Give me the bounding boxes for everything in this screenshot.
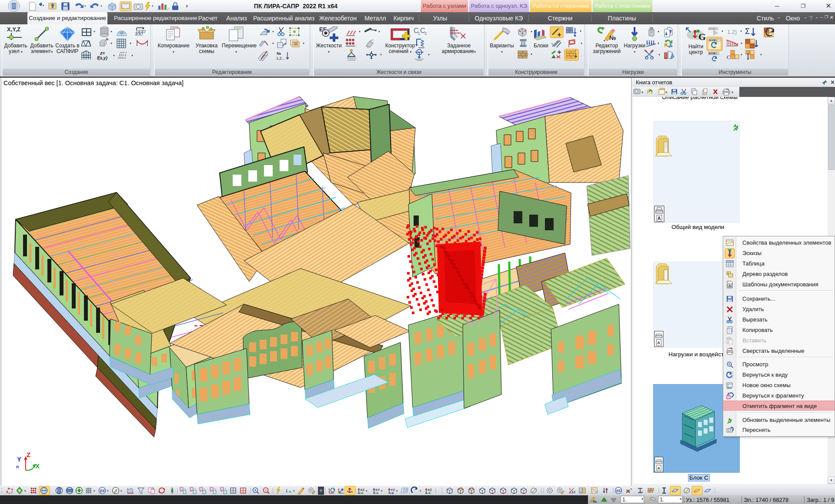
svg-text:A: A bbox=[657, 466, 660, 471]
svg-text:▾: ▾ bbox=[731, 90, 733, 94]
svg-text:XY: XY bbox=[375, 488, 380, 492]
svg-text:X: X bbox=[35, 462, 40, 470]
svg-text:N: N bbox=[592, 488, 594, 491]
svg-text:12: 12 bbox=[595, 490, 598, 493]
svg-text:▾: ▾ bbox=[43, 4, 44, 7]
svg-text:C: C bbox=[727, 54, 731, 60]
svg-text:№: № bbox=[277, 51, 281, 56]
svg-text:№: № bbox=[593, 500, 597, 504]
svg-text:▾: ▾ bbox=[665, 90, 667, 94]
svg-text:f(x,y): f(x,y) bbox=[97, 56, 108, 60]
svg-text:1.2): 1.2) bbox=[727, 29, 737, 35]
svg-text:R: R bbox=[16, 465, 19, 469]
svg-text:EF: EF bbox=[100, 489, 105, 493]
svg-text:12: 12 bbox=[571, 490, 575, 494]
svg-text:ж: ж bbox=[626, 488, 630, 494]
svg-text:Y: Y bbox=[17, 455, 21, 463]
svg-text:▾: ▾ bbox=[152, 4, 154, 7]
svg-text:1,2...: 1,2... bbox=[276, 56, 285, 60]
svg-text:EF: EF bbox=[616, 489, 621, 493]
svg-text:▾: ▾ bbox=[100, 4, 102, 7]
svg-text:Z: Z bbox=[27, 451, 30, 458]
svg-text:▾: ▾ bbox=[120, 489, 122, 492]
svg-text:L: L bbox=[285, 488, 288, 493]
svg-text:2: 2 bbox=[424, 31, 427, 36]
svg-text:▾: ▾ bbox=[293, 489, 295, 492]
svg-text:new: new bbox=[727, 387, 732, 389]
svg-text:▾: ▾ bbox=[107, 489, 109, 492]
svg-text:XZ: XZ bbox=[360, 488, 364, 492]
svg-text:▾: ▾ bbox=[94, 489, 95, 492]
svg-text:▾: ▾ bbox=[396, 489, 398, 492]
svg-text:▾: ▾ bbox=[24, 489, 26, 492]
svg-text:XZ: XZ bbox=[428, 488, 432, 492]
svg-text:▾: ▾ bbox=[381, 489, 383, 492]
svg-text:z=: z= bbox=[100, 51, 105, 56]
svg-text:▾: ▾ bbox=[420, 489, 421, 492]
svg-text:G: G bbox=[698, 31, 706, 42]
svg-text:X,Y,Z: X,Y,Z bbox=[7, 26, 20, 33]
svg-text:▾: ▾ bbox=[366, 489, 367, 492]
svg-text:№: № bbox=[609, 34, 616, 41]
svg-text:▾: ▾ bbox=[641, 90, 643, 94]
svg-text:A: A bbox=[657, 341, 660, 345]
svg-text:YZ: YZ bbox=[391, 488, 395, 492]
svg-text:⇟: ⇟ bbox=[185, 4, 189, 8]
svg-text:A: A bbox=[658, 216, 661, 221]
svg-text:▾: ▾ bbox=[84, 4, 86, 7]
svg-text:A: A bbox=[729, 284, 731, 287]
svg-text:Σ: Σ bbox=[745, 27, 750, 36]
